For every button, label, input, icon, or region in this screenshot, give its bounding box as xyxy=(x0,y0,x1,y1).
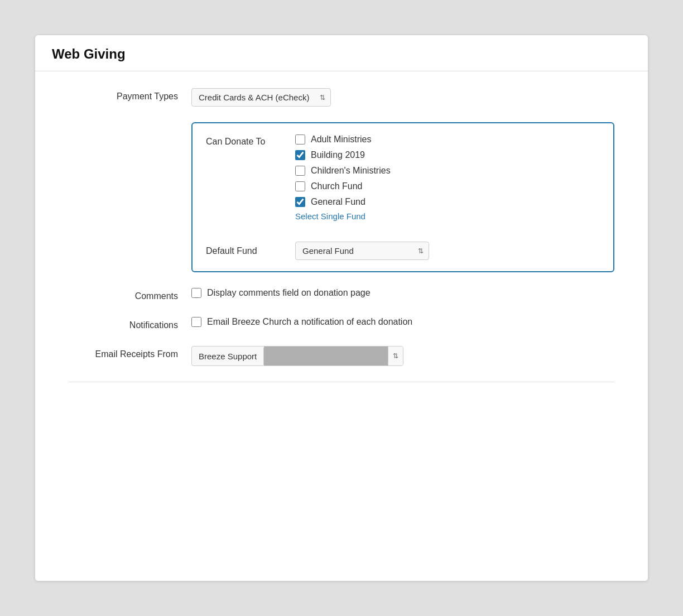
card-header: Web Giving xyxy=(35,35,648,71)
payment-types-select-wrapper: Credit Cards & ACH (eCheck) Credit Cards… xyxy=(191,88,331,107)
payment-types-row: Payment Types Credit Cards & ACH (eCheck… xyxy=(69,88,614,107)
checkbox-childrens-ministries[interactable] xyxy=(295,166,305,176)
notifications-checkbox-label[interactable]: Email Breeze Church a notification of ea… xyxy=(191,317,614,327)
fund-label-general-fund: General Fund xyxy=(311,197,365,207)
default-fund-select[interactable]: General Fund Adult Ministries Building 2… xyxy=(295,242,429,260)
default-fund-row: Default Fund General Fund Adult Ministri… xyxy=(206,233,600,260)
checkbox-general-fund[interactable] xyxy=(295,197,305,207)
comments-row: Comments Display comments field on donat… xyxy=(69,288,614,301)
checkbox-list: Adult Ministries Building 2019 Children'… xyxy=(295,134,391,207)
default-fund-label: Default Fund xyxy=(206,246,295,256)
comments-label: Comments xyxy=(69,288,191,301)
comments-control: Display comments field on donation page xyxy=(191,288,614,298)
comments-checkbox-label[interactable]: Display comments field on donation page xyxy=(191,288,614,298)
email-receipts-row: Email Receipts From Breeze Support ⇅ xyxy=(69,346,614,366)
notifications-label: Notifications xyxy=(69,317,191,330)
payment-types-label: Payment Types xyxy=(69,88,191,102)
email-receipts-label: Email Receipts From xyxy=(69,346,191,359)
fund-label-church-fund: Church Fund xyxy=(311,181,363,191)
payment-types-control: Credit Cards & ACH (eCheck) Credit Cards… xyxy=(191,88,614,107)
fund-label-building-2019: Building 2019 xyxy=(311,150,365,160)
card-body: Payment Types Credit Cards & ACH (eCheck… xyxy=(35,71,648,420)
fund-checkboxes: Adult Ministries Building 2019 Children'… xyxy=(295,134,391,222)
bottom-separator xyxy=(69,382,614,382)
notifications-control: Email Breeze Church a notification of ea… xyxy=(191,317,614,327)
page-title: Web Giving xyxy=(52,46,631,62)
email-receipts-name: Breeze Support xyxy=(192,348,264,365)
fund-label-adult-ministries: Adult Ministries xyxy=(311,134,371,145)
notifications-row: Notifications Email Breeze Church a noti… xyxy=(69,317,614,330)
donate-box-spacer xyxy=(69,122,191,126)
fund-label-childrens-ministries: Children's Ministries xyxy=(311,166,391,176)
donate-box-container: Can Donate To Adult Ministries Building … xyxy=(191,122,614,272)
notifications-checkbox-text: Email Breeze Church a notification of ea… xyxy=(207,317,412,327)
donate-box: Can Donate To Adult Ministries Building … xyxy=(191,122,614,272)
can-donate-to-inner: Can Donate To Adult Ministries Building … xyxy=(206,134,600,222)
fund-building-2019[interactable]: Building 2019 xyxy=(295,150,391,160)
web-giving-card: Web Giving Payment Types Credit Cards & … xyxy=(35,35,648,581)
email-receipts-select-group: Breeze Support ⇅ xyxy=(191,346,403,366)
payment-types-select[interactable]: Credit Cards & ACH (eCheck) Credit Cards… xyxy=(191,88,331,107)
donate-box-row: Can Donate To Adult Ministries Building … xyxy=(69,122,614,272)
checkbox-building-2019[interactable] xyxy=(295,150,305,160)
email-receipts-email-blurred xyxy=(264,346,388,365)
fund-church-fund[interactable]: Church Fund xyxy=(295,181,391,191)
checkbox-church-fund[interactable] xyxy=(295,181,305,191)
email-receipts-control: Breeze Support ⇅ xyxy=(191,346,614,366)
fund-childrens-ministries[interactable]: Children's Ministries xyxy=(295,166,391,176)
can-donate-to-label: Can Donate To xyxy=(206,134,295,147)
checkbox-adult-ministries[interactable] xyxy=(295,134,305,145)
email-receipts-dropdown-arrow[interactable]: ⇅ xyxy=(388,346,403,365)
comments-checkbox[interactable] xyxy=(191,288,201,298)
default-fund-select-wrapper: General Fund Adult Ministries Building 2… xyxy=(295,242,429,260)
select-single-fund-link[interactable]: Select Single Fund xyxy=(295,211,365,221)
comments-checkbox-text: Display comments field on donation page xyxy=(207,288,371,298)
notifications-checkbox[interactable] xyxy=(191,317,201,327)
fund-general-fund[interactable]: General Fund xyxy=(295,197,391,207)
fund-adult-ministries[interactable]: Adult Ministries xyxy=(295,134,391,145)
